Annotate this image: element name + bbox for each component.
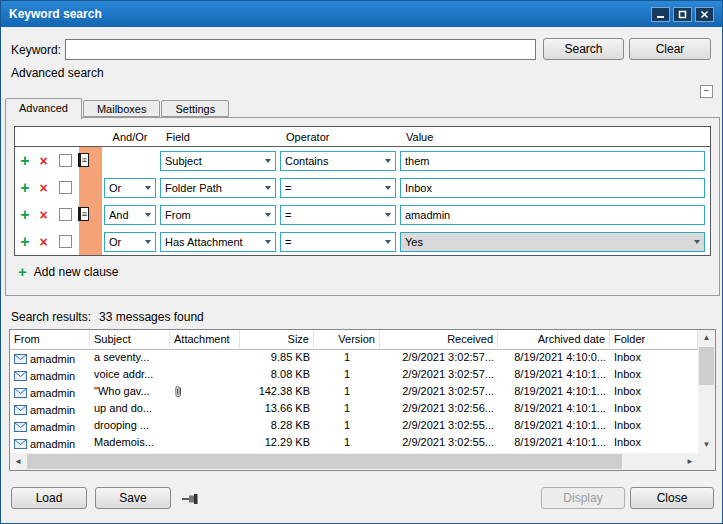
titlebar: Keyword search [1, 1, 722, 27]
clear-button[interactable]: Clear [629, 38, 711, 60]
operator-select[interactable]: = [280, 205, 396, 225]
group-indicator-icon[interactable]: ≡ [78, 153, 89, 167]
column-header-size[interactable]: Size [240, 330, 314, 350]
group-column-cell: ≡ [79, 147, 102, 174]
add-new-clause[interactable]: + Add new clause [18, 264, 119, 279]
column-header-version[interactable]: Version [314, 330, 380, 350]
clause-row: + × ≡ And From [15, 201, 710, 228]
group-indicator-icon[interactable]: ≡ [78, 207, 89, 221]
clause-row: + × Or Has Attachment [15, 228, 710, 255]
delete-row-icon[interactable]: × [39, 181, 47, 195]
column-header-received[interactable]: Received [380, 330, 498, 350]
field-select[interactable]: Folder Path [160, 178, 276, 198]
save-button[interactable]: Save [95, 487, 171, 509]
attachment-cell [170, 350, 240, 367]
chevron-down-icon [145, 186, 151, 190]
chevron-down-icon [385, 186, 391, 190]
display-button[interactable]: Display [541, 487, 625, 509]
load-button[interactable]: Load [11, 487, 87, 509]
operator-select[interactable]: = [280, 232, 396, 252]
chevron-down-icon [145, 240, 151, 244]
advanced-tab-panel: And/Or Field Operator Value + × ≡ Subjec… [5, 117, 720, 296]
scroll-down-icon[interactable]: ▼ [698, 437, 715, 453]
horizontal-scroll-thumb[interactable] [27, 454, 622, 469]
operator-select[interactable]: = [280, 178, 396, 198]
chevron-down-icon [265, 240, 271, 244]
envelope-icon [14, 405, 27, 415]
horizontal-scrollbar[interactable]: ◄ ► [10, 453, 698, 470]
column-header-field: Field [158, 127, 278, 146]
table-row[interactable]: amadmin a seventy... 9.85 KB 1 2/9/2021 … [10, 350, 715, 367]
value-input[interactable] [400, 205, 705, 225]
tab-mailboxes[interactable]: Mailboxes [83, 100, 161, 117]
attachment-cell [170, 435, 240, 452]
tab-advanced[interactable]: Advanced [5, 98, 82, 119]
table-row[interactable]: amadmin Mademois... 12.29 KB 1 2/9/2021 … [10, 435, 715, 452]
vertical-scrollbar[interactable]: ▲ ▼ [698, 330, 715, 453]
chevron-down-icon [385, 240, 391, 244]
value-input[interactable] [400, 178, 705, 198]
collapse-panel-icon[interactable]: − [700, 85, 713, 98]
pin-icon [181, 492, 201, 506]
close-button[interactable]: Close [630, 487, 714, 509]
keyword-search-window: Keyword search Keyword: Search Clear Adv… [0, 0, 723, 524]
delete-row-icon[interactable]: × [39, 208, 47, 222]
column-header-folder[interactable]: Folder [610, 330, 698, 350]
maximize-icon [678, 10, 687, 19]
clause-row: + × ≡ Subject Contains [15, 147, 710, 174]
tab-settings[interactable]: Settings [161, 100, 229, 117]
chevron-down-icon [265, 186, 271, 190]
andor-select[interactable]: Or [104, 178, 156, 198]
field-select[interactable]: Subject [160, 151, 276, 171]
clause-row-checkbox[interactable] [59, 235, 72, 248]
add-row-icon[interactable]: + [20, 180, 29, 196]
clause-grid-header: And/Or Field Operator Value [15, 127, 710, 147]
add-row-icon[interactable]: + [20, 153, 29, 169]
scrollbar-corner [698, 453, 715, 470]
column-header-attachment[interactable]: Attachment [170, 330, 240, 350]
envelope-icon [14, 354, 27, 364]
andor-select[interactable]: Or [104, 232, 156, 252]
table-row[interactable]: amadmin "Who gav... 142.38 KB 1 2/9/2021… [10, 384, 715, 401]
close-window-button[interactable] [695, 7, 714, 22]
clause-row-checkbox[interactable] [59, 181, 72, 194]
scroll-up-icon[interactable]: ▲ [698, 330, 715, 346]
chevron-down-icon [265, 159, 271, 163]
table-row[interactable]: amadmin up and do... 13.66 KB 1 2/9/2021… [10, 401, 715, 418]
add-row-icon[interactable]: + [20, 234, 29, 250]
scroll-right-icon[interactable]: ► [682, 453, 698, 470]
column-header-value: Value [398, 127, 710, 146]
chevron-down-icon [385, 213, 391, 217]
vertical-scroll-thumb[interactable] [699, 347, 714, 385]
keyword-input[interactable] [65, 39, 536, 60]
search-results-label: Search results: [11, 310, 91, 324]
advanced-search-label[interactable]: Advanced search [11, 66, 104, 80]
window-controls [651, 7, 714, 22]
column-header-from[interactable]: From [10, 330, 90, 350]
field-select[interactable]: From [160, 205, 276, 225]
table-row[interactable]: amadmin drooping ... 8.28 KB 1 2/9/2021 … [10, 418, 715, 435]
scroll-left-icon[interactable]: ◄ [10, 453, 26, 470]
search-results-count: 33 messages found [99, 310, 204, 324]
value-input[interactable] [400, 151, 705, 171]
pin-button[interactable] [181, 492, 201, 506]
delete-row-icon[interactable]: × [39, 235, 47, 249]
maximize-button[interactable] [673, 7, 692, 22]
column-header-subject[interactable]: Subject [90, 330, 170, 350]
clause-row-checkbox[interactable] [59, 154, 72, 167]
field-select[interactable]: Has Attachment [160, 232, 276, 252]
add-clause-icon: + [18, 264, 27, 279]
clause-row-checkbox[interactable] [59, 208, 72, 221]
column-header-archived-date[interactable]: Archived date [498, 330, 610, 350]
minimize-button[interactable] [651, 7, 670, 22]
results-table-header: From Subject Attachment Size Version Rec… [10, 330, 715, 350]
add-new-clause-label: Add new clause [34, 265, 119, 279]
operator-select[interactable]: Contains [280, 151, 396, 171]
add-row-icon[interactable]: + [20, 207, 29, 223]
andor-select[interactable]: And [104, 205, 156, 225]
value-select[interactable]: Yes [400, 232, 705, 252]
delete-row-icon[interactable]: × [39, 154, 47, 168]
search-button[interactable]: Search [543, 38, 624, 60]
table-row[interactable]: amadmin voice addr... 8.08 KB 1 2/9/2021… [10, 367, 715, 384]
column-header-operator: Operator [278, 127, 398, 146]
